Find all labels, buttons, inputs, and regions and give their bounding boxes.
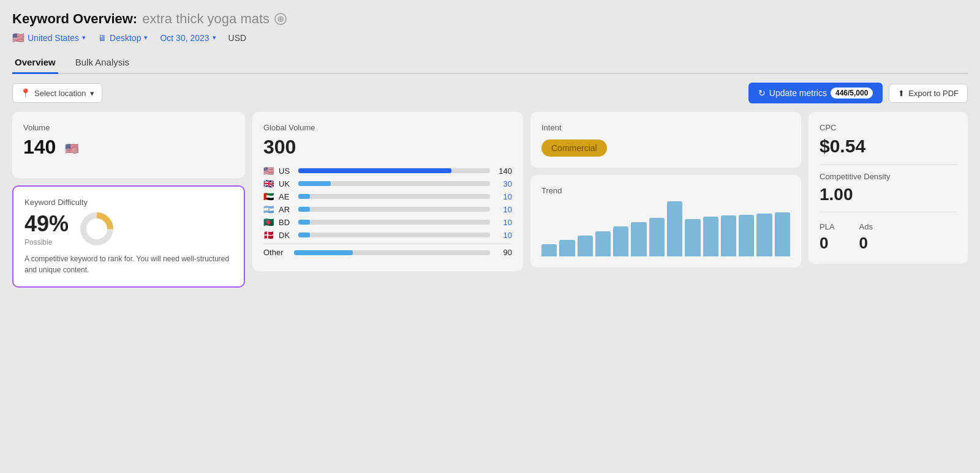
- gv-flag-uk: 🇬🇧: [263, 179, 274, 188]
- intent-label: Intent: [541, 123, 790, 132]
- pla-label: PLA: [820, 222, 835, 231]
- gv-count-ar: 10: [495, 205, 512, 214]
- gv-bar-bg-uk: [298, 181, 490, 186]
- gv-bar-bg-dk: [298, 233, 490, 237]
- kd-description: A competitive keyword to rank for. You w…: [24, 253, 233, 275]
- cpc-value: $0.54: [820, 136, 957, 157]
- gv-value: 300: [263, 136, 512, 158]
- comp-density-value: 1.00: [820, 185, 957, 204]
- keyword-difficulty-card: Keyword Difficulty 49% Possible A compet…: [12, 185, 245, 288]
- kd-value-wrap: 49% Possible: [24, 211, 69, 247]
- pla-item: PLA 0: [820, 222, 835, 253]
- gv-flag-ar: 🇦🇷: [263, 204, 274, 214]
- gv-flag-ae: 🇦🇪: [263, 192, 274, 201]
- gv-divider: [263, 244, 512, 244]
- gv-bar-bg-bd: [298, 220, 490, 225]
- trend-card: Trend: [530, 175, 801, 267]
- gv-country-ar: AR: [279, 205, 293, 214]
- gv-row-other: Other 90: [263, 248, 512, 257]
- kd-donut-chart: [78, 210, 115, 247]
- ads-value: 0: [859, 234, 873, 253]
- gv-row-uk: 🇬🇧 UK 30: [263, 179, 512, 188]
- gv-card-inner: Global Volume 300 🇺🇸 US 140 🇬🇧 UK 30: [252, 112, 523, 271]
- date-selector[interactable]: Oct 30, 2023 ▾: [160, 33, 216, 43]
- device-icon: 🖥: [98, 33, 107, 43]
- trend-bar-11: [721, 215, 736, 256]
- toolbar: 🇺🇸 United States ▾ 🖥 Desktop ▾ Oct 30, 2…: [12, 32, 968, 43]
- trend-bar-1: [541, 244, 557, 256]
- gv-bar-fill-bd: [298, 220, 310, 225]
- right-divider-2: [820, 212, 957, 212]
- trend-bar-9: [685, 219, 700, 256]
- date-chevron-icon: ▾: [213, 34, 216, 42]
- pla-value: 0: [820, 234, 835, 253]
- gv-row-dk: 🇩🇰 DK 10: [263, 230, 512, 240]
- page-header: Keyword Overview: extra thick yoga mats …: [12, 11, 968, 43]
- currency-label: USD: [228, 33, 247, 43]
- gv-count-ae: 10: [495, 192, 512, 201]
- trend-bar-8: [667, 201, 682, 256]
- intent-trend-column: Intent Commercial Trend: [530, 112, 801, 267]
- intent-badge: Commercial: [541, 140, 607, 157]
- trend-bar-7: [649, 218, 665, 256]
- location-chevron-icon: ▾: [82, 34, 86, 42]
- device-chevron-icon: ▾: [144, 34, 148, 42]
- update-metrics-button[interactable]: ↻ Update metrics 446/5,000: [748, 83, 883, 103]
- gv-row-ar: 🇦🇷 AR 10: [263, 204, 512, 214]
- gv-country-us: US: [279, 166, 293, 176]
- refresh-icon: ↻: [758, 88, 766, 98]
- select-location-button[interactable]: 📍 Select location ▾: [12, 83, 102, 103]
- location-pin-icon: 📍: [20, 88, 31, 98]
- comp-density-label: Competitive Density: [820, 172, 957, 181]
- gv-bar-fill-ar: [298, 207, 310, 212]
- gv-count-bd: 10: [495, 218, 512, 227]
- trend-bar-4: [595, 231, 611, 256]
- volume-label: Volume: [23, 123, 234, 132]
- intent-card: Intent Commercial: [530, 112, 801, 168]
- page-title: Keyword Overview: extra thick yoga mats …: [12, 11, 968, 27]
- gv-bar-fill-dk: [298, 233, 310, 237]
- gv-flag-bd: 🇧🇩: [263, 217, 274, 227]
- location-label: United States: [28, 33, 79, 43]
- gv-bar-bg-us: [298, 168, 490, 173]
- ads-label: Ads: [859, 222, 873, 231]
- volume-top: Volume 140 🇺🇸: [23, 123, 234, 158]
- trend-label: Trend: [541, 186, 790, 195]
- gv-row-us: 🇺🇸 US 140: [263, 166, 512, 176]
- gv-bar-bg-ar: [298, 207, 490, 212]
- gv-other-label: Other: [263, 248, 289, 257]
- gv-bar-fill-ae: [298, 194, 310, 199]
- controls-right: ↻ Update metrics 446/5,000 ⬆ Export to P…: [748, 83, 968, 103]
- keyword-text: extra thick yoga mats: [142, 11, 270, 27]
- export-pdf-label: Export to PDF: [908, 89, 959, 98]
- gv-count-uk: 30: [495, 179, 512, 188]
- select-location-chevron-icon: ▾: [90, 89, 94, 98]
- trend-bar-2: [559, 240, 575, 256]
- volume-value: 140 🇺🇸: [23, 136, 234, 158]
- metrics-count-badge: 446/5,000: [831, 88, 873, 99]
- main-grid: Volume 140 🇺🇸 Keyword Difficulty 49% Pos…: [12, 112, 968, 288]
- tab-overview[interactable]: Overview: [12, 52, 58, 74]
- gv-flag-dk: 🇩🇰: [263, 230, 274, 240]
- kd-value: 49%: [24, 211, 69, 237]
- gv-bar-bg-ae: [298, 194, 490, 199]
- gv-count-us: 140: [495, 166, 512, 176]
- gv-count-other: 90: [495, 248, 512, 257]
- location-flag: 🇺🇸: [12, 32, 24, 43]
- gv-country-uk: UK: [279, 179, 293, 188]
- volume-card: Volume 140 🇺🇸: [12, 112, 245, 178]
- volume-flag: 🇺🇸: [65, 143, 78, 155]
- gv-flag-us: 🇺🇸: [263, 166, 274, 176]
- trend-bar-10: [703, 217, 718, 256]
- trend-bar-13: [756, 214, 772, 256]
- gv-count-dk: 10: [495, 231, 512, 240]
- tab-bulk-analysis[interactable]: Bulk Analysis: [73, 52, 132, 74]
- gv-country-bd: BD: [279, 218, 293, 227]
- gv-row-ae: 🇦🇪 AE 10: [263, 192, 512, 201]
- location-selector[interactable]: 🇺🇸 United States ▾: [12, 32, 86, 43]
- gv-bar-fill-other: [294, 250, 353, 255]
- device-selector[interactable]: 🖥 Desktop ▾: [98, 33, 148, 43]
- export-pdf-button[interactable]: ⬆ Export to PDF: [889, 84, 968, 103]
- global-volume-card: Global Volume 300 🇺🇸 US 140 🇬🇧 UK 30: [252, 112, 523, 271]
- add-keyword-icon[interactable]: ⊕: [274, 13, 287, 25]
